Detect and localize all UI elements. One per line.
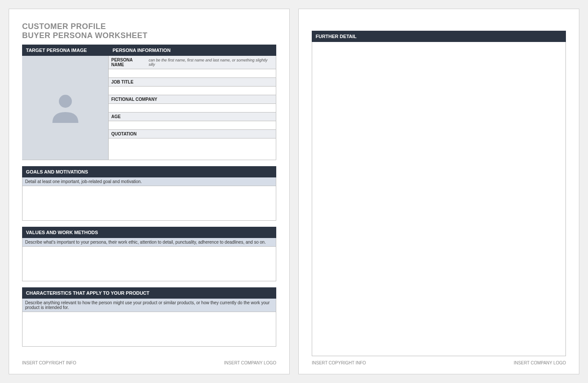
- characteristics-section: CHARACTERISTICS THAT APPLY TO YOUR PRODU…: [22, 287, 276, 347]
- persona-top-row: TARGET PERSONA IMAGE PERSONA INFORMATION…: [22, 45, 276, 160]
- quotation-label: QUOTATION: [111, 132, 137, 136]
- job-title-label-row: JOB TITLE: [109, 78, 276, 87]
- persona-info-column: PERSONA INFORMATION PERSONA NAME can be …: [109, 45, 276, 160]
- title-line-2: BUYER PERSONA WORKSHEET: [22, 31, 276, 40]
- company-logo-placeholder: INSERT COMPANY LOGO: [224, 360, 276, 365]
- target-image-header: TARGET PERSONA IMAGE: [22, 45, 109, 56]
- fictional-company-input[interactable]: [109, 104, 276, 113]
- persona-name-label-row: PERSONA NAME can be the first name, firs…: [109, 56, 276, 69]
- persona-info-header: PERSONA INFORMATION: [109, 45, 276, 56]
- fictional-company-label: FICTIONAL COMPANY: [111, 97, 157, 102]
- quotation-label-row: QUOTATION: [109, 130, 276, 138]
- characteristics-hint: Describe anything relevant to how the pe…: [22, 299, 276, 312]
- quotation-input[interactable]: [109, 138, 276, 160]
- age-label-row: AGE: [109, 113, 276, 121]
- target-image-column: TARGET PERSONA IMAGE: [22, 45, 109, 160]
- job-title-label: JOB TITLE: [111, 80, 133, 84]
- job-title-input[interactable]: [109, 87, 276, 95]
- values-section: VALUES AND WORK METHODS Describe what's …: [22, 227, 276, 281]
- further-detail-section: FURTHER DETAIL: [312, 31, 566, 356]
- values-input[interactable]: [22, 247, 276, 281]
- svg-point-0: [59, 95, 72, 108]
- further-detail-input[interactable]: [312, 42, 566, 356]
- title-line-1: CUSTOMER PROFILE: [22, 22, 276, 31]
- goals-section: GOALS AND MOTIVATIONS Detail at least on…: [22, 166, 276, 221]
- company-logo-placeholder-2: INSERT COMPANY LOGO: [514, 360, 566, 365]
- characteristics-header: CHARACTERISTICS THAT APPLY TO YOUR PRODU…: [22, 287, 276, 299]
- age-label: AGE: [111, 114, 121, 119]
- further-detail-header: FURTHER DETAIL: [312, 31, 566, 42]
- persona-name-label: PERSONA NAME: [111, 58, 146, 67]
- values-hint: Describe what's important to your person…: [22, 238, 276, 247]
- goals-hint: Detail at least one important, job-relat…: [22, 177, 276, 186]
- persona-name-input[interactable]: [109, 69, 276, 78]
- goals-header: GOALS AND MOTIVATIONS: [22, 166, 276, 177]
- page-1-footer: INSERT COPYRIGHT INFO INSERT COMPANY LOG…: [22, 356, 276, 365]
- worksheet-page-2: FURTHER DETAIL INSERT COPYRIGHT INFO INS…: [298, 9, 579, 374]
- age-input[interactable]: [109, 121, 276, 130]
- page-2-footer: INSERT COPYRIGHT INFO INSERT COMPANY LOG…: [312, 356, 566, 365]
- title-block: CUSTOMER PROFILE BUYER PERSONA WORKSHEET: [22, 22, 276, 40]
- persona-image-placeholder[interactable]: [22, 56, 109, 160]
- values-header: VALUES AND WORK METHODS: [22, 227, 276, 238]
- persona-name-hint: can be the first name, first name and la…: [149, 58, 273, 67]
- copyright-placeholder: INSERT COPYRIGHT INFO: [22, 360, 76, 365]
- avatar-icon: [46, 88, 85, 127]
- worksheet-page-1: CUSTOMER PROFILE BUYER PERSONA WORKSHEET…: [9, 9, 290, 374]
- characteristics-input[interactable]: [22, 312, 276, 347]
- copyright-placeholder-2: INSERT COPYRIGHT INFO: [312, 360, 366, 365]
- fictional-company-label-row: FICTIONAL COMPANY: [109, 95, 276, 104]
- goals-input[interactable]: [22, 186, 276, 221]
